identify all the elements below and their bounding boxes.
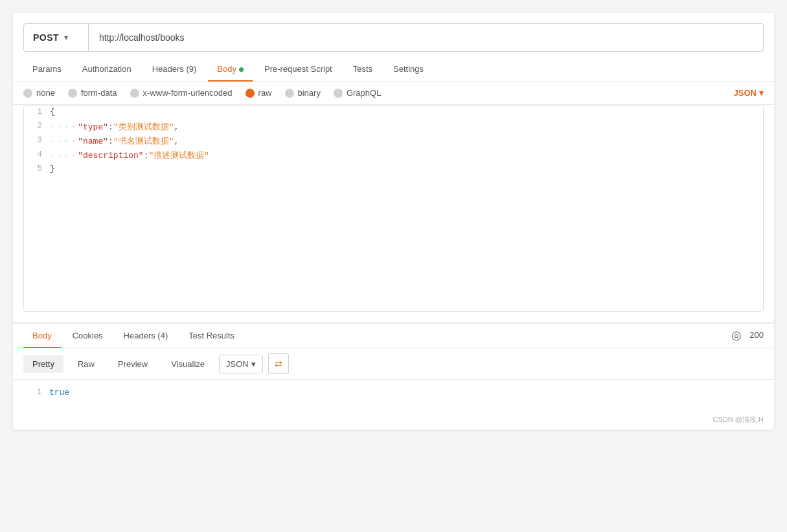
- tab-headers[interactable]: Headers (9): [143, 58, 206, 82]
- radio-dot-form-data: [68, 89, 77, 98]
- response-section: Body Cookies Headers (4) Test Results ◎ …: [13, 322, 774, 410]
- resp-tab-cookies[interactable]: Cookies: [63, 324, 112, 348]
- code-line-3: 3 ····"name":"书名测试数据",: [24, 134, 763, 148]
- response-status-area: ◎ 200: [731, 328, 764, 344]
- radio-urlencoded[interactable]: x-www-form-urlencoded: [130, 88, 233, 98]
- radio-binary[interactable]: binary: [285, 88, 321, 98]
- radio-graphql[interactable]: GraphQL: [334, 88, 381, 98]
- radio-none[interactable]: none: [23, 88, 55, 98]
- code-editor[interactable]: 1 { 2 ····"type":"类别测试数据", 3 ····"name":…: [23, 105, 764, 312]
- chevron-down-icon: ▾: [759, 88, 764, 98]
- body-type-row: none form-data x-www-form-urlencoded raw…: [13, 82, 774, 105]
- radio-dot-raw: [245, 89, 255, 98]
- radio-dot-graphql: [334, 89, 343, 98]
- watermark: CSDN @清玫.H: [13, 410, 774, 430]
- response-code: 1 true: [13, 380, 774, 410]
- tab-authorization[interactable]: Authorization: [73, 58, 141, 82]
- status-code: 200: [749, 330, 764, 340]
- response-json-dropdown[interactable]: JSON ▾: [219, 355, 263, 373]
- resp-tab-headers[interactable]: Headers (4): [115, 324, 177, 348]
- visualize-button[interactable]: Visualize: [162, 355, 214, 373]
- response-tabs: Body Cookies Headers (4) Test Results ◎ …: [13, 324, 774, 348]
- radio-raw[interactable]: raw: [245, 88, 272, 98]
- tab-params[interactable]: Params: [23, 58, 71, 82]
- wrap-button[interactable]: ⇄: [268, 353, 289, 374]
- radio-dot-binary: [285, 89, 294, 98]
- url-bar: POST ▾: [23, 23, 764, 52]
- tab-pre-request[interactable]: Pre-request Script: [255, 58, 341, 82]
- tab-tests[interactable]: Tests: [344, 58, 382, 82]
- radio-dot-urlencoded: [130, 89, 139, 98]
- code-line-4: 4 ····"description":"描述测试数据": [24, 148, 763, 162]
- request-tabs: Params Authorization Headers (9) Body Pr…: [13, 57, 774, 82]
- method-label: POST: [33, 32, 59, 43]
- radio-dot-none: [23, 89, 32, 98]
- chevron-down-icon: ▾: [64, 33, 68, 42]
- method-selector[interactable]: POST ▾: [24, 24, 89, 51]
- response-format-row: Pretty Raw Preview Visualize JSON ▾ ⇄: [13, 348, 774, 380]
- raw-button[interactable]: Raw: [69, 355, 104, 373]
- json-type-dropdown[interactable]: JSON ▾: [734, 88, 764, 98]
- preview-button[interactable]: Preview: [109, 355, 157, 373]
- code-line-2: 2 ····"type":"类别测试数据",: [24, 120, 763, 134]
- tab-settings[interactable]: Settings: [384, 58, 433, 82]
- url-input[interactable]: [89, 32, 763, 43]
- resp-line-1: 1 true: [23, 388, 764, 402]
- code-line-5: 5 }: [24, 162, 763, 177]
- chevron-down-icon: ▾: [251, 359, 256, 369]
- radio-form-data[interactable]: form-data: [68, 88, 117, 98]
- globe-icon: ◎: [731, 328, 742, 342]
- resp-tab-test-results[interactable]: Test Results: [179, 324, 244, 348]
- code-line-1: 1 {: [24, 105, 763, 120]
- resp-tab-body[interactable]: Body: [23, 324, 61, 348]
- pretty-button[interactable]: Pretty: [23, 355, 63, 373]
- body-active-dot: [239, 67, 244, 72]
- tab-body[interactable]: Body: [208, 58, 253, 82]
